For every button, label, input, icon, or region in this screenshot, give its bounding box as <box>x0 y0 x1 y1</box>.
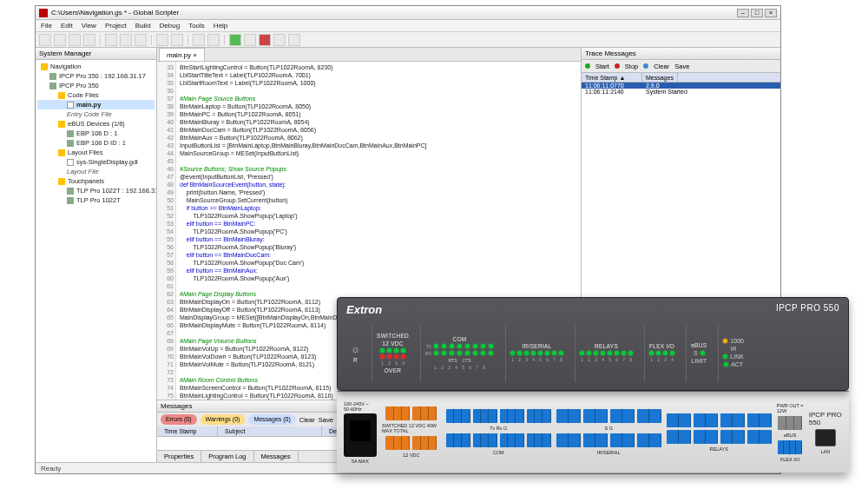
toolbar-redo-icon[interactable] <box>171 34 183 46</box>
system-manager-header: System Manager <box>36 48 156 60</box>
section-switched-12vdc: SWITCHED 12 VDC 1234 OVER <box>372 323 413 382</box>
toolbar-save-icon[interactable] <box>69 34 81 46</box>
rear-relays-group: RELAYS <box>667 413 772 452</box>
toolbar-upload-icon[interactable] <box>207 34 220 46</box>
tree-mainpy[interactable]: main.py <box>76 101 101 109</box>
section-status-leds: 1000 IR LINK ACT <box>718 323 748 382</box>
rear-com-group: Tx Rx G COM <box>446 409 551 455</box>
tree-code-files[interactable]: Code Files <box>68 91 99 99</box>
menu-tools[interactable]: Tools <box>188 22 205 30</box>
extron-logo: Extron <box>346 303 382 316</box>
errors-badge[interactable]: Errors (0) <box>161 414 197 425</box>
maximize-button[interactable]: □ <box>751 9 763 17</box>
title-bar: C:\Users\Navigation.gs * - Global Script… <box>36 6 780 20</box>
messages-col-subject[interactable]: Subject <box>218 426 322 436</box>
toolbar-copy-icon[interactable] <box>120 34 132 46</box>
project-tree[interactable]: Navigation IPCP Pro 350 : 192.168.31.17 … <box>36 60 156 462</box>
toolbar-pause-icon[interactable] <box>244 34 256 46</box>
tree-ebus-1[interactable]: EBP 106 D : 1 <box>76 129 117 137</box>
messages-save-button[interactable]: Save <box>319 416 333 424</box>
toolbar-cut-icon[interactable] <box>105 34 117 46</box>
tree-layout-files[interactable]: Layout Files <box>68 149 102 156</box>
toolbar-open-icon[interactable] <box>54 34 66 46</box>
tab-messages[interactable]: Messages <box>254 451 299 462</box>
section-relays: RELAYS 12345678 <box>575 323 637 382</box>
menu-project[interactable]: Project <box>105 22 127 30</box>
trace-stop-button[interactable]: Stop <box>625 63 638 70</box>
device-rear-panel: 100-240V ~ 50-60Hz 5A MAX SWITCHED 12 VD… <box>337 391 849 472</box>
close-button[interactable]: × <box>765 9 777 17</box>
tree-ebus-devices[interactable]: eBUS Devices (1/8) <box>68 120 125 128</box>
section-flex-io: FLEX I/O 1234 <box>644 323 679 382</box>
warnings-badge[interactable]: Warnings (0) <box>201 414 246 425</box>
tree-tp-2[interactable]: TLP Pro 1022T <box>76 196 121 204</box>
editor-tab-mainpy[interactable]: main.py × <box>159 48 205 61</box>
tree-controller-1[interactable]: IPCP Pro 350 : 192.168.31.17 <box>59 72 146 80</box>
menu-view[interactable]: View <box>82 22 96 30</box>
tab-program-log[interactable]: Program Log <box>201 451 253 462</box>
rear-flexio-group: PWR OUT = 12W eBUS FLEX I/O <box>777 403 804 462</box>
trace-row[interactable]: 11:06:11:07702.9.0 <box>582 83 780 89</box>
menu-file[interactable]: File <box>41 22 52 30</box>
trace-stop-icon <box>615 63 620 69</box>
power-inlet <box>344 413 377 457</box>
tree-entry-tag: Entry Code File <box>37 109 155 119</box>
trace-start-icon <box>585 63 590 69</box>
toolbar <box>36 32 780 48</box>
toolbar-stepinto-icon[interactable] <box>288 34 300 46</box>
menu-bar: File Edit View Project Build Debug Tools… <box>36 20 780 32</box>
menu-debug[interactable]: Debug <box>160 22 181 30</box>
trace-start-button[interactable]: Start <box>595 63 609 70</box>
messages-badge[interactable]: Messages (0) <box>248 414 295 425</box>
menu-build[interactable]: Build <box>135 22 151 30</box>
rear-irserial-group: S G IR/SERIAL <box>556 409 661 455</box>
messages-col-time[interactable]: Time Stamp <box>157 426 218 436</box>
section-com: COM TX RX RTSCTS 12345678 <box>420 323 498 382</box>
toolbar-run-icon[interactable] <box>229 34 241 46</box>
rear-lan-group: IPCP PRO 550 LAN <box>809 411 842 454</box>
menu-edit[interactable]: Edit <box>61 22 73 30</box>
ethernet-port <box>815 429 836 446</box>
section-ebus: eBUS S LIMIT <box>686 323 711 382</box>
trace-col-msg[interactable]: Messages <box>642 73 678 82</box>
tree-navigation[interactable]: Navigation <box>50 63 81 70</box>
toolbar-undo-icon[interactable] <box>156 34 168 46</box>
trace-row[interactable]: 11:06:11:2146System Started <box>582 89 780 95</box>
tree-layout-1[interactable]: sys-SingleDisplay.gdl <box>76 158 138 166</box>
toolbar-paste-icon[interactable] <box>135 34 147 46</box>
trace-clear-icon <box>643 63 648 69</box>
tree-ebus-2[interactable]: EBP 106 D ID : 1 <box>76 139 126 147</box>
rear-12vdc-group: SWITCHED 12 VDC 40W MAX TOTAL 12 VDC <box>382 406 441 458</box>
tab-properties[interactable]: Properties <box>157 451 201 462</box>
device-model: IPCP PRO 550 <box>776 303 839 313</box>
menu-help[interactable]: Help <box>214 22 227 30</box>
tree-controller-2[interactable]: IPCP Pro 350 <box>59 82 99 89</box>
trace-clear-button[interactable]: Clear <box>654 63 669 70</box>
toolbar-stepover-icon[interactable] <box>273 34 286 46</box>
tree-layout-2: Layout File <box>37 167 155 176</box>
trace-save-button[interactable]: Save <box>674 63 689 70</box>
minimize-button[interactable]: – <box>737 9 749 17</box>
section-ir-serial: IR/SERIAL 12345678 <box>505 323 568 382</box>
hardware-device: Extron IPCP PRO 550 ☼ R SWITCHED 12 VDC … <box>337 297 849 472</box>
toolbar-saveall-icon[interactable] <box>83 34 95 46</box>
trace-title: Trace Messages <box>582 48 780 60</box>
toolbar-new-icon[interactable] <box>39 34 51 46</box>
section-brightness: ☼ R <box>346 323 365 382</box>
window-title: C:\Users\Navigation.gs * - Global Script… <box>51 9 737 17</box>
system-manager-panel: System Manager Navigation IPCP Pro 350 :… <box>36 48 157 462</box>
device-front-panel: Extron IPCP PRO 550 ☼ R SWITCHED 12 VDC … <box>337 297 849 391</box>
app-icon <box>39 9 48 17</box>
tree-tp-1[interactable]: TLP Pro 1022T : 192.168.31.16 <box>76 187 156 195</box>
toolbar-stop-icon[interactable] <box>259 34 271 46</box>
messages-clear-button[interactable]: Clear <box>299 416 315 424</box>
toolbar-build-icon[interactable] <box>193 34 205 46</box>
tree-touchpanels[interactable]: Touchpanels <box>68 177 104 185</box>
trace-col-time[interactable]: Time Stamp ▲ <box>582 73 642 82</box>
